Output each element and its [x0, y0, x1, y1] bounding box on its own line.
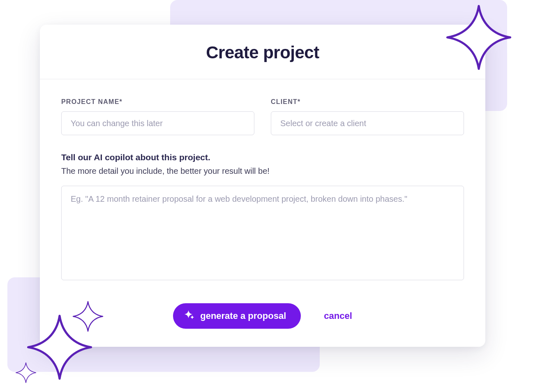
- client-select[interactable]: Select or create a client: [271, 111, 464, 135]
- create-project-modal: Create project PROJECT NAME* CLIENT* Sel…: [40, 25, 485, 347]
- cancel-button[interactable]: cancel: [324, 311, 352, 321]
- sparkle-icon: [444, 2, 514, 81]
- cancel-button-label: cancel: [324, 311, 352, 321]
- sparkle-icon: [185, 310, 194, 322]
- ai-subheading: The more detail you include, the better …: [61, 166, 464, 176]
- project-name-field: PROJECT NAME*: [61, 98, 254, 135]
- sparkle-icon: [72, 300, 104, 337]
- sparkle-icon: [15, 362, 37, 386]
- ai-heading: Tell our AI copilot about this project.: [61, 152, 464, 162]
- client-field: CLIENT* Select or create a client: [271, 98, 464, 135]
- generate-button-label: generate a proposal: [200, 311, 286, 321]
- client-label: CLIENT*: [271, 98, 464, 106]
- project-description-textarea[interactable]: [61, 186, 464, 280]
- generate-proposal-button[interactable]: generate a proposal: [173, 303, 301, 329]
- project-name-input[interactable]: [61, 111, 254, 135]
- field-row: PROJECT NAME* CLIENT* Select or create a…: [61, 98, 464, 135]
- modal-header: Create project: [40, 25, 485, 79]
- modal-footer: generate a proposal cancel: [40, 296, 485, 347]
- project-name-label: PROJECT NAME*: [61, 98, 254, 106]
- modal-title: Create project: [56, 43, 469, 62]
- client-select-placeholder: Select or create a client: [280, 119, 366, 128]
- modal-body: PROJECT NAME* CLIENT* Select or create a…: [40, 79, 485, 296]
